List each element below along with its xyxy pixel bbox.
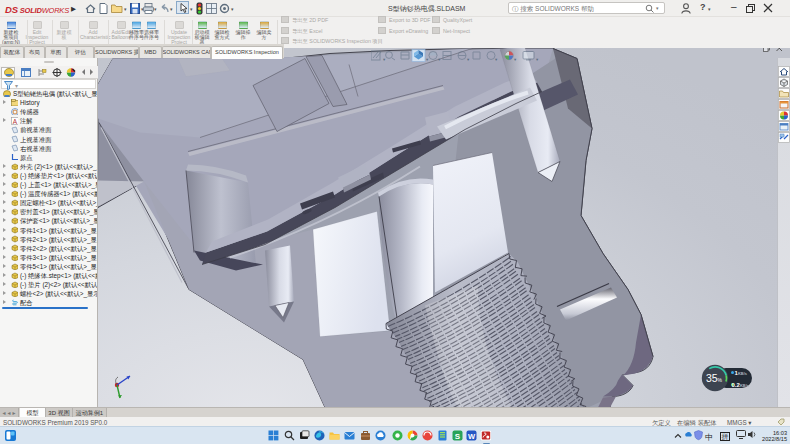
svg-text:A: A (12, 118, 17, 125)
svg-text:▾: ▾ (467, 57, 470, 62)
svg-text:W: W (468, 432, 476, 441)
svg-text:0.2KB/s: 0.2KB/s (732, 382, 750, 388)
svg-text:▾: ▾ (426, 57, 429, 62)
svg-text:▾: ▾ (383, 57, 386, 62)
svg-text:1KB/s: 1KB/s (735, 370, 748, 376)
svg-text:▾: ▾ (438, 57, 441, 62)
svg-text:▾: ▾ (495, 57, 498, 62)
svg-text:▾: ▾ (514, 57, 517, 62)
svg-text:S: S (455, 432, 461, 441)
svg-text:▾: ▾ (536, 57, 539, 62)
